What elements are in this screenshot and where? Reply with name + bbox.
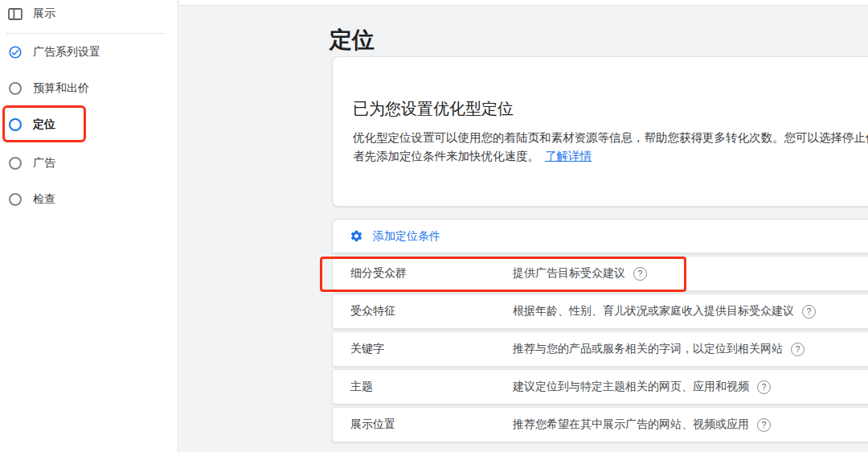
criteria-row-audience-segments[interactable]: 细分受众群 提供广告目标受众建议 ?: [332, 256, 868, 291]
row-description-text: 推荐与您的产品或服务相关的字词，以定位到相关网站: [513, 342, 783, 356]
check-circle-icon: [8, 45, 23, 60]
row-description: 推荐您希望在其中展示广告的网站、视频或应用 ?: [513, 417, 771, 432]
sidebar-item-targeting[interactable]: 定位: [8, 117, 55, 132]
sidebar-item-label: 检查: [33, 192, 55, 207]
row-description-text: 提供广告目标受众建议: [513, 266, 625, 281]
optimized-targeting-banner: 已为您设置优化型定位 优化型定位设置可以使用您的着陆页和素材资源等信息，帮助您获…: [332, 56, 868, 207]
sidebar-item-ads[interactable]: 广告: [8, 156, 55, 171]
page-title: 定位: [330, 27, 375, 54]
row-label: 细分受众群: [333, 266, 513, 281]
help-icon[interactable]: ?: [757, 418, 771, 432]
top-divider: [179, 0, 868, 6]
campaign-steps-sidebar: 展示 广告系列设置 预算和出价 定位 广告 检查: [0, 0, 178, 452]
row-description-text: 推荐您希望在其中展示广告的网站、视频或应用: [513, 417, 749, 432]
sidebar-item-campaign-settings[interactable]: 广告系列设置: [8, 45, 100, 60]
row-description: 推荐与您的产品或服务相关的字词，以定位到相关网站 ?: [513, 342, 805, 356]
radio-circle-icon: [8, 81, 23, 96]
gear-icon: [349, 229, 363, 244]
radio-circle-icon: [8, 156, 23, 171]
sidebar-item-label: 广告: [33, 156, 55, 171]
add-targeting-criteria-label: 添加定位条件: [373, 229, 440, 244]
help-icon[interactable]: ?: [802, 305, 816, 318]
row-description-text: 建议定位到与特定主题相关的网页、应用和视频: [513, 380, 749, 394]
criteria-row-keywords[interactable]: 关键字 推荐与您的产品或服务相关的字词，以定位到相关网站 ?: [332, 331, 868, 367]
radio-circle-icon: [8, 117, 23, 132]
sidebar-item-budget-bidding[interactable]: 预算和出价: [8, 81, 89, 96]
criteria-row-topics[interactable]: 主题 建议定位到与特定主题相关的网页、应用和视频 ?: [332, 369, 868, 405]
sidebar-item-display[interactable]: 展示: [8, 6, 55, 21]
banner-description: 优化型定位设置可以使用您的着陆页和素材资源等信息，帮助您获得更多转化次数。您可以…: [353, 129, 868, 166]
sidebar-dotted-divider: [6, 33, 166, 34]
targeting-step-content: 定位 已为您设置优化型定位 优化型定位设置可以使用您的着陆页和素材资源等信息，帮…: [179, 0, 868, 452]
row-label: 关键字: [333, 342, 513, 356]
learn-more-link[interactable]: 了解详情: [545, 150, 592, 162]
banner-title: 已为您设置优化型定位: [353, 98, 868, 120]
radio-circle-icon: [8, 192, 23, 207]
criteria-row-demographics[interactable]: 受众特征 根据年龄、性别、育儿状况或家庭收入提供目标受众建议 ?: [332, 294, 868, 329]
criteria-row-placements[interactable]: 展示位置 推荐您希望在其中展示广告的网站、视频或应用 ?: [332, 407, 868, 442]
row-description: 根据年龄、性别、育儿状况或家庭收入提供目标受众建议 ?: [513, 304, 816, 318]
row-description: 建议定位到与特定主题相关的网页、应用和视频 ?: [513, 380, 771, 394]
sidebar-item-label: 展示: [33, 6, 55, 21]
help-icon[interactable]: ?: [791, 343, 805, 356]
row-label: 展示位置: [333, 417, 513, 432]
banner-description-line2: 者先添加定位条件来加快优化速度。: [353, 150, 539, 162]
row-description: 提供广告目标受众建议 ?: [513, 266, 647, 281]
add-targeting-criteria-button[interactable]: 添加定位条件: [332, 219, 868, 253]
row-description-text: 根据年龄、性别、育儿状况或家庭收入提供目标受众建议: [513, 304, 794, 318]
google-ads-targeting-step-screen: { "colors": { "accent_blue": "#1a73e8", …: [0, 0, 868, 452]
help-icon[interactable]: ?: [757, 380, 771, 394]
sidebar-item-label: 广告系列设置: [33, 45, 100, 60]
banner-description-line1: 优化型定位设置可以使用您的着陆页和素材资源等信息，帮助您获得更多转化次数。您可以…: [353, 131, 868, 144]
row-label: 主题: [333, 380, 513, 394]
sidebar-item-label: 定位: [33, 117, 55, 132]
row-label: 受众特征: [333, 304, 513, 318]
help-icon[interactable]: ?: [633, 267, 647, 281]
display-panel-icon: [8, 6, 23, 21]
sidebar-item-review[interactable]: 检查: [8, 192, 55, 207]
sidebar-item-label: 预算和出价: [33, 81, 89, 96]
